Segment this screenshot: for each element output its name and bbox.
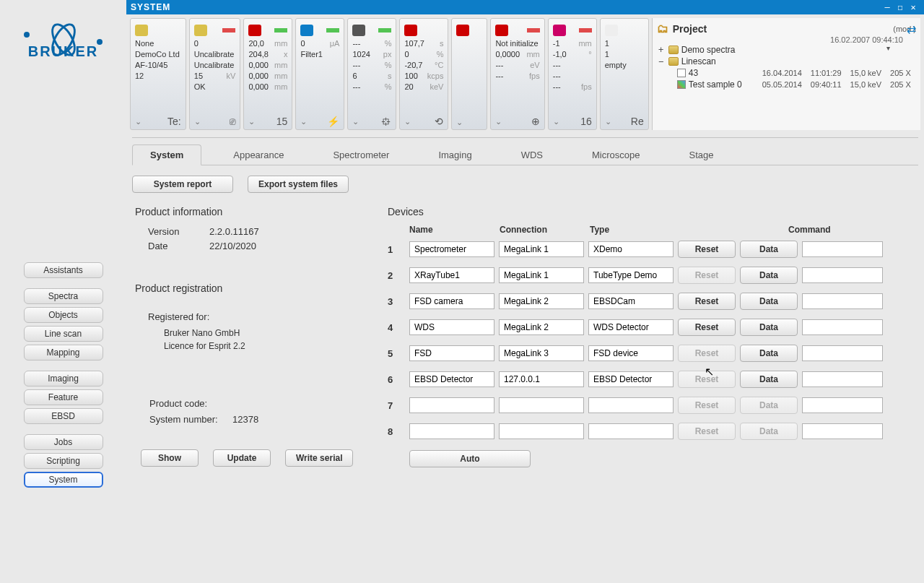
nav-assistants[interactable]: Assistants	[24, 262, 103, 278]
swap-icon[interactable]: ⇄	[907, 22, 916, 36]
device-name-input[interactable]	[409, 397, 494, 413]
tree-folder[interactable]: +Demo spectra	[657, 44, 916, 56]
nav-ebsd[interactable]: EBSD	[24, 408, 103, 424]
device-data-button[interactable]: Data	[740, 345, 798, 362]
device-connection-input[interactable]	[499, 241, 584, 257]
device-command-input[interactable]	[802, 319, 883, 335]
device-name-input[interactable]	[409, 371, 494, 387]
param-panel-6[interactable]: ⌄	[451, 18, 487, 130]
param-panel-7[interactable]: Not initialize0,0000mm---eV---fps⌄⊕	[490, 18, 544, 130]
project-title: Project	[673, 23, 707, 35]
tree-folder[interactable]: −Linescan	[657, 56, 916, 67]
nav-feature[interactable]: Feature	[24, 389, 103, 405]
device-type-input[interactable]	[588, 345, 674, 361]
tab-microscope[interactable]: Microscope	[575, 145, 657, 165]
tab-stage[interactable]: Stage	[671, 145, 731, 165]
close-button[interactable]: ✕	[907, 2, 920, 12]
tab-spectrometer[interactable]: Spectrometer	[315, 145, 406, 165]
auto-button[interactable]: Auto	[409, 450, 531, 467]
tab-wds[interactable]: WDS	[504, 145, 560, 165]
device-type-input[interactable]	[588, 423, 674, 439]
nav-imaging[interactable]: Imaging	[24, 371, 103, 386]
device-connection-input[interactable]	[499, 267, 584, 283]
registered-for-label: Registered for:	[148, 311, 359, 322]
minimize-button[interactable]: —	[881, 2, 894, 12]
show-button[interactable]: Show	[141, 449, 199, 467]
nav-jobs[interactable]: Jobs	[24, 434, 103, 450]
device-command-input[interactable]	[802, 345, 883, 361]
device-name-input[interactable]	[409, 345, 494, 361]
device-name-input[interactable]	[409, 267, 494, 283]
device-reset-button[interactable]: Reset	[678, 293, 736, 310]
device-connection-input[interactable]	[499, 423, 584, 439]
device-command-input[interactable]	[802, 397, 883, 413]
device-connection-input[interactable]	[499, 293, 584, 309]
device-command-input[interactable]	[802, 293, 883, 309]
tree-item[interactable]: 4316.04.201411:01:2915,0 keV205 X	[657, 67, 916, 79]
device-reset-button: Reset	[678, 267, 736, 284]
device-connection-input[interactable]	[499, 319, 584, 335]
device-connection-input[interactable]	[499, 371, 584, 387]
param-panel-8[interactable]: -1mm-1,0°---------fps⌄16	[548, 18, 597, 130]
system-report-button[interactable]: System report	[132, 176, 233, 193]
update-button[interactable]: Update	[213, 449, 271, 467]
device-command-input[interactable]	[802, 267, 883, 283]
device-reset-button: Reset	[678, 423, 736, 440]
device-name-input[interactable]	[409, 423, 494, 439]
project-panel: ⇄ 🗂 Project (mod.) 16.02.2007 09:44:10 ▾…	[652, 18, 920, 130]
param-panel-5[interactable]: 107,7s0%-20,7°C100kcps20keV⌄⟲	[399, 18, 448, 130]
param-panel-3[interactable]: 0μAFilter1⌄⚡	[295, 18, 344, 130]
device-type-input[interactable]	[588, 371, 674, 387]
device-command-input[interactable]	[802, 423, 883, 439]
nav-line-scan[interactable]: Line scan	[24, 326, 103, 342]
nav-objects[interactable]: Objects	[24, 307, 103, 323]
param-panel-2[interactable]: 20,0mm204,8x0,000mm0,000mm0,000mm⌄15	[243, 18, 292, 130]
device-type-input[interactable]	[588, 319, 674, 335]
device-data-button[interactable]: Data	[740, 293, 798, 310]
system-number-label: System number:	[149, 412, 232, 428]
device-data-button[interactable]: Data	[740, 319, 798, 336]
write-serial-button[interactable]: Write serial	[285, 449, 353, 467]
top-strip: NoneDemoCo LtdAF-10/4512⌄Te:0Uncalibrate…	[126, 14, 924, 130]
tab-appearance[interactable]: Appearance	[216, 145, 301, 165]
device-data-button[interactable]: Data	[740, 267, 798, 284]
export-system-files-button[interactable]: Export system files	[248, 176, 349, 193]
device-reset-button[interactable]: Reset	[678, 241, 736, 258]
param-panel-0[interactable]: NoneDemoCo LtdAF-10/4512⌄Te:	[130, 18, 186, 130]
device-command-input[interactable]	[802, 241, 883, 257]
project-date: 16.02.2007 09:44:10	[830, 35, 903, 44]
tab-bar: SystemAppearanceSpectrometerImagingWDSMi…	[132, 144, 918, 165]
device-row-2: 2ResetData	[388, 267, 915, 284]
tab-imaging[interactable]: Imaging	[421, 145, 489, 165]
device-type-input[interactable]	[588, 241, 674, 257]
device-reset-button[interactable]: Reset	[678, 319, 736, 336]
nav-mapping[interactable]: Mapping	[24, 345, 103, 360]
left-sidebar: BRUKER AssistantsSpectraObjectsLine scan…	[0, 14, 126, 583]
maximize-button[interactable]: ☐	[894, 2, 907, 12]
param-panel-4[interactable]: ---%1024px---%6s---%⌄⯐	[347, 18, 396, 130]
system-number-value: 12378	[232, 414, 258, 425]
device-type-input[interactable]	[588, 293, 674, 309]
nav-spectra[interactable]: Spectra	[24, 288, 103, 304]
logo: BRUKER	[28, 43, 99, 60]
chevron-down-icon[interactable]: ▾	[886, 44, 890, 52]
device-name-input[interactable]	[409, 319, 494, 335]
device-connection-input[interactable]	[499, 345, 584, 361]
device-data-button: Data	[740, 423, 798, 440]
registration-line-1: Bruker Nano GmbH	[164, 327, 359, 340]
device-type-input[interactable]	[588, 267, 674, 283]
tab-system[interactable]: System	[132, 144, 201, 165]
tree-item[interactable]: Test sample 005.05.201409:40:1115,0 keV2…	[657, 79, 916, 90]
device-data-button[interactable]: Data	[740, 371, 798, 388]
nav-system[interactable]: System	[24, 472, 103, 488]
device-type-input[interactable]	[588, 397, 674, 413]
device-name-input[interactable]	[409, 241, 494, 257]
device-name-input[interactable]	[409, 293, 494, 309]
nav-scripting[interactable]: Scripting	[24, 453, 103, 469]
device-command-input[interactable]	[802, 371, 883, 387]
param-panel-1[interactable]: 0UncalibrateUncalibrate15kVOK⌄⎚	[189, 18, 241, 130]
product-info-heading: Product information	[135, 206, 359, 217]
param-panel-9[interactable]: 11empty⌄Re	[600, 18, 649, 130]
device-data-button[interactable]: Data	[740, 241, 798, 258]
device-connection-input[interactable]	[499, 397, 584, 413]
